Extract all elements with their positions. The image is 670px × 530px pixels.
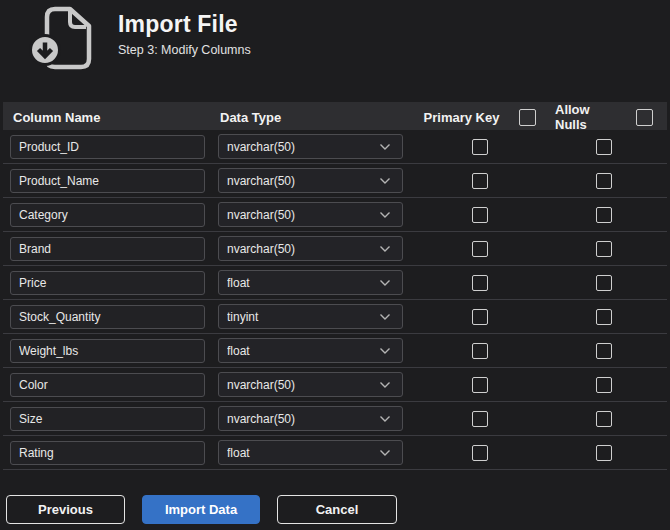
primary-key-cell (405, 445, 555, 461)
table-row: nvarchar(50) (3, 198, 667, 232)
column-name-input[interactable] (10, 407, 205, 431)
data-type-cell: float (213, 338, 405, 363)
table-row: float (3, 266, 667, 300)
data-type-select[interactable]: float (218, 338, 403, 363)
data-type-select[interactable]: tinyint (218, 304, 403, 329)
table-body: nvarchar(50) nvarchar(50) (3, 130, 667, 470)
primary-key-checkbox[interactable] (472, 445, 488, 461)
primary-key-header-label: Primary Key (424, 110, 500, 125)
allow-nulls-cell (555, 207, 667, 223)
data-type-select[interactable]: nvarchar(50) (218, 372, 403, 397)
data-type-cell: nvarchar(50) (213, 168, 405, 193)
column-header-allow-nulls: Allow Nulls (555, 102, 667, 132)
primary-key-checkbox[interactable] (472, 275, 488, 291)
primary-key-checkbox[interactable] (472, 139, 488, 155)
data-type-cell: nvarchar(50) (213, 372, 405, 397)
allow-nulls-cell (555, 343, 667, 359)
column-name-cell (3, 339, 213, 363)
page-title: Import File (118, 11, 251, 38)
primary-key-cell (405, 377, 555, 393)
allow-nulls-checkbox[interactable] (596, 241, 612, 257)
table-row: nvarchar(50) (3, 232, 667, 266)
data-type-cell: nvarchar(50) (213, 236, 405, 261)
column-name-input[interactable] (10, 373, 205, 397)
allow-nulls-cell (555, 445, 667, 461)
primary-key-checkbox[interactable] (472, 343, 488, 359)
column-name-input[interactable] (10, 305, 205, 329)
allow-nulls-checkbox[interactable] (596, 309, 612, 325)
table-row: nvarchar(50) (3, 402, 667, 436)
allow-nulls-cell (555, 377, 667, 393)
allow-nulls-checkbox[interactable] (596, 275, 612, 291)
data-type-cell: tinyint (213, 304, 405, 329)
column-header-data-type: Data Type (213, 110, 405, 125)
import-data-button[interactable]: Import Data (142, 495, 260, 524)
column-header-name: Column Name (3, 110, 213, 125)
data-type-select[interactable]: nvarchar(50) (218, 202, 403, 227)
allow-nulls-checkbox[interactable] (596, 445, 612, 461)
table-row: tinyint (3, 300, 667, 334)
allow-nulls-cell (555, 411, 667, 427)
primary-key-cell (405, 241, 555, 257)
data-type-select[interactable]: nvarchar(50) (218, 134, 403, 159)
column-name-input[interactable] (10, 169, 205, 193)
column-name-cell (3, 271, 213, 295)
primary-key-cell (405, 275, 555, 291)
allow-nulls-checkbox[interactable] (596, 377, 612, 393)
allow-nulls-checkbox[interactable] (596, 207, 612, 223)
allow-nulls-checkbox[interactable] (596, 411, 612, 427)
column-name-cell (3, 203, 213, 227)
table-row: float (3, 334, 667, 368)
table-header-row: Column Name Data Type Primary Key Allow … (3, 102, 667, 130)
column-name-cell (3, 237, 213, 261)
table-row: nvarchar(50) (3, 130, 667, 164)
allow-nulls-header-label: Allow Nulls (555, 102, 623, 132)
allow-nulls-cell (555, 139, 667, 155)
data-type-select[interactable]: float (218, 440, 403, 465)
table-row: nvarchar(50) (3, 368, 667, 402)
column-name-cell (3, 169, 213, 193)
column-name-cell (3, 135, 213, 159)
cancel-button[interactable]: Cancel (277, 495, 397, 524)
data-type-cell: nvarchar(50) (213, 406, 405, 431)
app-header: Import File Step 3: Modify Columns (0, 0, 670, 72)
allow-nulls-cell (555, 173, 667, 189)
allow-nulls-checkbox[interactable] (596, 139, 612, 155)
allow-nulls-checkbox[interactable] (596, 343, 612, 359)
allow-nulls-checkbox[interactable] (596, 173, 612, 189)
column-name-input[interactable] (10, 271, 205, 295)
primary-key-checkbox[interactable] (472, 207, 488, 223)
previous-button[interactable]: Previous (6, 495, 125, 524)
column-name-cell (3, 441, 213, 465)
table-row: nvarchar(50) (3, 164, 667, 198)
data-type-cell: nvarchar(50) (213, 202, 405, 227)
select-all-allow-nulls-checkbox[interactable] (636, 109, 653, 126)
column-name-input[interactable] (10, 135, 205, 159)
column-name-input[interactable] (10, 441, 205, 465)
data-type-cell: nvarchar(50) (213, 134, 405, 159)
data-type-select[interactable]: nvarchar(50) (218, 406, 403, 431)
column-name-input[interactable] (10, 203, 205, 227)
column-name-input[interactable] (10, 237, 205, 261)
primary-key-checkbox[interactable] (472, 173, 488, 189)
select-all-primary-key-checkbox[interactable] (519, 109, 536, 126)
column-name-input[interactable] (10, 339, 205, 363)
column-name-cell (3, 407, 213, 431)
primary-key-checkbox[interactable] (472, 377, 488, 393)
table-row: float (3, 436, 667, 470)
primary-key-cell (405, 309, 555, 325)
column-name-cell (3, 373, 213, 397)
data-type-select[interactable]: float (218, 270, 403, 295)
primary-key-cell (405, 411, 555, 427)
file-import-icon (24, 6, 102, 70)
primary-key-checkbox[interactable] (472, 241, 488, 257)
primary-key-checkbox[interactable] (472, 411, 488, 427)
data-type-select[interactable]: nvarchar(50) (218, 168, 403, 193)
data-type-cell: float (213, 270, 405, 295)
primary-key-cell (405, 139, 555, 155)
column-header-primary-key: Primary Key (405, 109, 555, 126)
allow-nulls-cell (555, 309, 667, 325)
primary-key-checkbox[interactable] (472, 309, 488, 325)
allow-nulls-cell (555, 275, 667, 291)
data-type-select[interactable]: nvarchar(50) (218, 236, 403, 261)
